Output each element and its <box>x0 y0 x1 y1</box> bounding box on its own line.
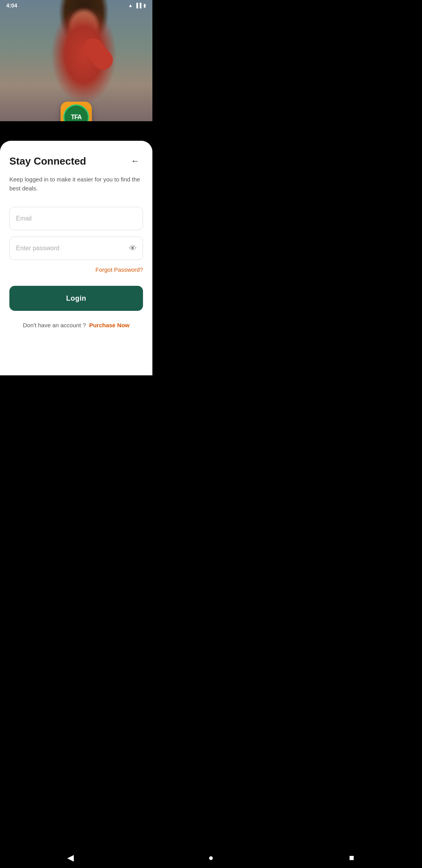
password-wrapper: 👁 <box>9 237 143 260</box>
password-input-group: 👁 <box>9 237 143 260</box>
password-input[interactable] <box>9 237 143 260</box>
signal-icon: ▐▐ <box>135 3 141 8</box>
card-subtitle: Keep logged in to make it easier for you… <box>9 175 143 193</box>
toggle-password-icon[interactable]: 👁 <box>129 244 137 253</box>
app-logo: TFA <box>61 102 92 121</box>
status-icons: ▲ ▐▐ ▮ <box>128 3 146 8</box>
page-title: Stay Connected <box>9 155 86 167</box>
login-button[interactable]: Login <box>9 286 143 311</box>
wifi-icon: ▲ <box>128 3 133 8</box>
battery-icon: ▮ <box>143 3 146 8</box>
hero-section: TFA <box>0 0 152 121</box>
app-logo-inner: TFA <box>63 104 89 121</box>
purchase-now-link[interactable]: Purchase Now <box>89 322 129 328</box>
login-card: Stay Connected ← Keep logged in to make … <box>0 141 152 375</box>
forgot-password-section: Forgot Password? <box>9 266 143 273</box>
forgot-password-link[interactable]: Forgot Password? <box>95 266 143 273</box>
back-arrow-icon: ← <box>131 156 139 166</box>
card-header: Stay Connected ← <box>9 153 143 169</box>
signup-section: Don't have an account ? Purchase Now <box>9 322 143 329</box>
back-button[interactable]: ← <box>127 153 143 169</box>
status-time: 4:04 <box>6 2 17 9</box>
signup-prompt: Don't have an account ? Purchase Now <box>23 322 129 328</box>
status-bar: 4:04 ▲ ▐▐ ▮ <box>0 0 152 11</box>
app-logo-text: TFA <box>71 114 81 121</box>
email-input-group <box>9 207 143 230</box>
email-input[interactable] <box>9 207 143 230</box>
